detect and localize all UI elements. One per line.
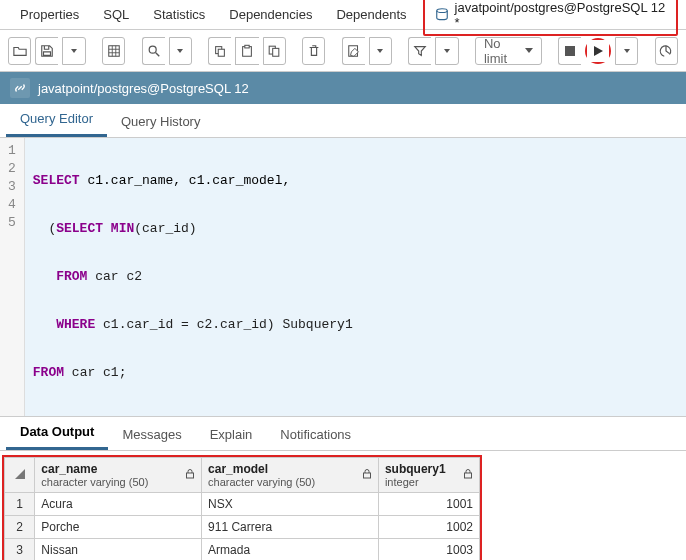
row-number[interactable]: 1 — [5, 493, 35, 516]
stop-button[interactable] — [558, 37, 581, 65]
cell-car-model[interactable]: NSX — [202, 493, 379, 516]
limit-label: No limit — [484, 36, 517, 66]
table-row[interactable]: 2Porche911 Carrera1002 — [5, 516, 480, 539]
paste-button[interactable] — [235, 37, 258, 65]
find-dropdown[interactable] — [169, 37, 192, 65]
open-file-button[interactable] — [8, 37, 31, 65]
query-editor[interactable]: 12345 SELECT c1.car_name, c1.car_model, … — [0, 138, 686, 417]
delete-button[interactable] — [302, 37, 325, 65]
find-button[interactable] — [142, 37, 165, 65]
line-gutter: 12345 — [0, 138, 25, 416]
tab-notifications[interactable]: Notifications — [266, 419, 365, 450]
edit-grid-button[interactable] — [102, 37, 125, 65]
lock-icon — [185, 468, 195, 482]
cell-car-name[interactable]: Porche — [35, 516, 202, 539]
tab-query-history[interactable]: Query History — [107, 106, 214, 137]
cell-subquery1[interactable]: 1001 — [378, 493, 479, 516]
svg-rect-17 — [363, 473, 370, 478]
svg-point-6 — [149, 46, 156, 53]
cell-car-model[interactable]: 911 Carrera — [202, 516, 379, 539]
filter-button[interactable] — [408, 37, 431, 65]
code-content[interactable]: SELECT c1.car_name, c1.car_model, (SELEC… — [25, 138, 361, 416]
edit-button[interactable] — [342, 37, 365, 65]
save-dropdown[interactable] — [62, 37, 85, 65]
connection-bar: javatpoint/postgres@PostgreSQL 12 — [0, 72, 686, 104]
cell-subquery1[interactable]: 1002 — [378, 516, 479, 539]
connection-label: javatpoint/postgres@PostgreSQL 12 — [38, 81, 249, 96]
chevron-down-icon — [525, 48, 533, 53]
copy-button[interactable] — [208, 37, 231, 65]
edit-dropdown[interactable] — [369, 37, 392, 65]
svg-rect-13 — [273, 48, 279, 56]
database-icon — [435, 8, 449, 22]
connection-tab-label: javatpoint/postgres@PostgreSQL 12 * — [455, 0, 666, 30]
toolbar: No limit — [0, 30, 686, 72]
result-grid: car_name character varying (50) car_mode… — [4, 457, 480, 560]
tab-dependents[interactable]: Dependents — [324, 1, 418, 28]
col-subquery1[interactable]: subquery1 integer — [378, 458, 479, 493]
connection-icon[interactable] — [10, 78, 30, 98]
execute-dropdown[interactable] — [615, 37, 638, 65]
chevron-down-icon — [177, 49, 183, 53]
chevron-down-icon — [624, 49, 630, 53]
lock-icon — [463, 468, 473, 482]
explain-analyze-button[interactable] — [655, 37, 678, 65]
table-row[interactable]: 1AcuraNSX1001 — [5, 493, 480, 516]
result-grid-highlight: car_name character varying (50) car_mode… — [2, 455, 482, 560]
duplicate-button[interactable] — [263, 37, 286, 65]
svg-point-0 — [436, 8, 447, 12]
svg-rect-1 — [108, 45, 119, 56]
tab-dependencies[interactable]: Dependencies — [217, 1, 324, 28]
table-row[interactable]: 3NissanArmada1003 — [5, 539, 480, 561]
svg-rect-16 — [187, 473, 194, 478]
tab-properties[interactable]: Properties — [8, 1, 91, 28]
chevron-down-icon — [71, 49, 77, 53]
svg-rect-15 — [565, 46, 575, 56]
col-car-model[interactable]: car_model character varying (50) — [202, 458, 379, 493]
tab-explain[interactable]: Explain — [196, 419, 267, 450]
cell-car-name[interactable]: Nissan — [35, 539, 202, 561]
tab-sql[interactable]: SQL — [91, 1, 141, 28]
limit-select[interactable]: No limit — [475, 37, 542, 65]
svg-rect-9 — [219, 49, 225, 56]
svg-rect-18 — [465, 473, 472, 478]
cell-car-name[interactable]: Acura — [35, 493, 202, 516]
tab-messages[interactable]: Messages — [108, 419, 195, 450]
tab-statistics[interactable]: Statistics — [141, 1, 217, 28]
tab-data-output[interactable]: Data Output — [6, 416, 108, 450]
chevron-down-icon — [377, 49, 383, 53]
lock-icon — [362, 468, 372, 482]
row-number[interactable]: 3 — [5, 539, 35, 561]
svg-rect-11 — [245, 45, 249, 48]
output-tabs: Data Output Messages Explain Notificatio… — [0, 417, 686, 451]
svg-line-7 — [155, 52, 159, 56]
col-car-name[interactable]: car_name character varying (50) — [35, 458, 202, 493]
corner-cell[interactable] — [5, 458, 35, 493]
connection-tab[interactable]: javatpoint/postgres@PostgreSQL 12 * — [423, 0, 678, 36]
cell-subquery1[interactable]: 1003 — [378, 539, 479, 561]
chevron-down-icon — [444, 49, 450, 53]
cell-car-model[interactable]: Armada — [202, 539, 379, 561]
editor-tabs: Query Editor Query History — [0, 104, 686, 138]
save-button[interactable] — [35, 37, 58, 65]
execute-button[interactable] — [587, 40, 609, 62]
top-tabs: Properties SQL Statistics Dependencies D… — [0, 0, 686, 30]
row-number[interactable]: 2 — [5, 516, 35, 539]
filter-dropdown[interactable] — [435, 37, 458, 65]
execute-highlight-circle — [585, 38, 611, 64]
tab-query-editor[interactable]: Query Editor — [6, 103, 107, 137]
